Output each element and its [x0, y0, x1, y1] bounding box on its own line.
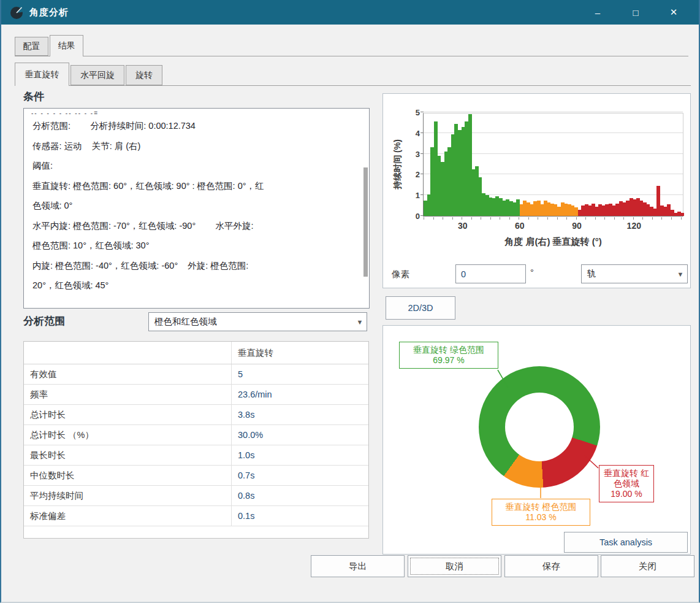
x-tick-label: 60 [509, 221, 530, 231]
title-bar: 角度分析 – □ ✕ [1, 0, 699, 25]
y-tick-label: 4 [406, 129, 420, 138]
y-tick-label: 1 [406, 191, 420, 200]
slice-percent: 19.00 % [602, 489, 651, 499]
chevron-down-icon: ▼ [353, 318, 367, 326]
table-row: 平均持续时间0.8s [24, 486, 368, 506]
tab-config[interactable]: 配置 [15, 37, 48, 56]
table-row: 最长时长1.0s [24, 445, 368, 466]
view-toggle-button[interactable]: 2D/3D [386, 296, 455, 320]
row-label: 有效值 [24, 364, 232, 384]
slice-percent: 69.97 % [402, 355, 495, 366]
row-label: 总计时长 （%） [24, 425, 232, 445]
y-tick-mark [420, 112, 424, 112]
stats-table: 垂直旋转 有效值5 频率23.6/min 总计时长3.8s 总计时长 （%）30… [23, 341, 369, 539]
save-button[interactable]: 保存 [504, 555, 598, 577]
row-value: 0.1s [232, 511, 368, 521]
row-label: 总计时长 [24, 405, 232, 424]
track-dropdown[interactable]: 轨 ▼ [581, 264, 688, 283]
analysis-range-heading: 分析范围 [23, 314, 65, 328]
slice-label: 垂直旋转 绿色范围 [402, 345, 495, 355]
gridline [424, 112, 683, 112]
conditions-textbox[interactable]: -- - - - - -- -- - -= 分析范围: 分析持续时间: 0:00… [23, 108, 370, 309]
row-value: 1.0s [232, 450, 368, 460]
conditions-heading: 条件 [23, 90, 44, 104]
window-title: 角度分析 [29, 7, 69, 18]
conditions-scrollbar[interactable] [363, 167, 368, 277]
track-dropdown-value: 轨 [582, 268, 674, 280]
donut-label-green: 垂直旋转 绿色范围 69.97 % [399, 342, 498, 369]
tab-vertical-rotation[interactable]: 垂直旋转 [15, 63, 69, 86]
row-label: 频率 [24, 385, 232, 404]
y-tick-label: 5 [406, 108, 420, 117]
donut-panel: 垂直旋转 绿色范围 69.97 % 垂直旋转 红色领域 19.00 % 垂直旋转… [382, 325, 691, 555]
histogram-plot: 持续时间 (%) 012345306090120 [423, 113, 683, 217]
close-window-button[interactable]: ✕ [655, 0, 693, 25]
row-value: 0.8s [232, 491, 368, 501]
slice-label: 垂直旋转 橙色范围 [495, 502, 587, 512]
tab-results[interactable]: 结果 [50, 35, 83, 56]
x-tick-label: 90 [566, 221, 587, 231]
y-tick-mark [420, 174, 424, 174]
row-value: 23.6/min [232, 390, 368, 399]
x-axis-label: 角度 肩(右) 垂直旋转 (°) [423, 236, 683, 248]
subtab-divider [15, 85, 691, 86]
table-row: 总计时长3.8s [24, 405, 368, 425]
row-value: 3.8s [232, 410, 368, 420]
table-row: 标准偏差0.1s [24, 506, 368, 526]
row-label: 最长时长 [24, 445, 232, 465]
y-tick-mark [420, 153, 424, 154]
slice-label: 垂直旋转 红色领域 [602, 468, 651, 489]
cancel-button[interactable]: 取消 [408, 555, 501, 577]
row-label: 平均持续时间 [24, 486, 232, 505]
y-tick-mark [420, 194, 424, 195]
table-row: 中位数时长0.7s [24, 466, 368, 486]
analysis-range-value: 橙色和红色领域 [149, 316, 353, 328]
y-tick-mark [420, 133, 424, 133]
chevron-down-icon: ▼ [674, 271, 687, 278]
table-row: 总计时长 （%）30.0% [24, 425, 368, 445]
table-header-row: 垂直旋转 [24, 342, 368, 364]
table-row: 有效值5 [24, 364, 368, 385]
angle-analysis-dialog: 角度分析 – □ ✕ 配置 结果 垂直旋转 水平回旋 旋转 条件 -- - - … [0, 0, 700, 603]
histogram-bar [680, 213, 684, 216]
close-button[interactable]: 关闭 [601, 555, 694, 577]
donut-label-orange: 垂直旋转 橙色范围 11.03 % [492, 499, 590, 526]
minimize-button[interactable]: – [579, 0, 617, 25]
conditions-clipped-line: -- - - - - -- -- - -= [24, 109, 369, 116]
export-button[interactable]: 导出 [311, 555, 405, 577]
x-tick-label: 30 [452, 221, 473, 231]
task-analysis-button[interactable]: Task analysis [564, 532, 688, 553]
pixel-input[interactable]: 0 [455, 264, 526, 283]
header-empty-cell [24, 342, 232, 364]
row-value: 30.0% [232, 430, 368, 440]
x-tick-label: 120 [623, 221, 644, 231]
histogram-panel: 持续时间 (%) 012345306090120 角度 肩(右) 垂直旋转 (°… [382, 93, 691, 288]
donut-hole [505, 393, 574, 461]
degree-unit: ° [530, 267, 534, 277]
y-tick-label: 3 [406, 150, 420, 159]
row-value: 0.7s [232, 470, 368, 480]
analysis-range-dropdown[interactable]: 橙色和红色领域 ▼ [148, 312, 367, 331]
slice-percent: 11.03 % [495, 512, 587, 523]
x-axis-minor-ticks [424, 217, 684, 220]
protractor-icon [9, 4, 25, 20]
maximize-button[interactable]: □ [617, 0, 655, 25]
conditions-text: 分析范围: 分析持续时间: 0:00:12.734 传感器: 运动 关节: 肩 … [24, 116, 369, 296]
donut-label-red: 垂直旋转 红色领域 19.00 % [599, 465, 654, 502]
tab-rotation[interactable]: 旋转 [126, 65, 162, 85]
header-column-label: 垂直旋转 [232, 347, 368, 359]
tab-divider [15, 56, 688, 56]
tab-horizontal-rotation[interactable]: 水平回旋 [70, 65, 124, 85]
focus-ring [410, 558, 499, 575]
pixel-label: 像素 [392, 269, 409, 280]
row-label: 标准偏差 [24, 506, 232, 526]
row-value: 5 [232, 369, 368, 379]
table-row: 频率23.6/min [24, 385, 368, 405]
y-axis-label: 持续时间 (%) [392, 115, 403, 213]
y-tick-label: 0 [406, 212, 420, 221]
y-tick-label: 2 [406, 170, 420, 179]
row-label: 中位数时长 [24, 466, 232, 485]
